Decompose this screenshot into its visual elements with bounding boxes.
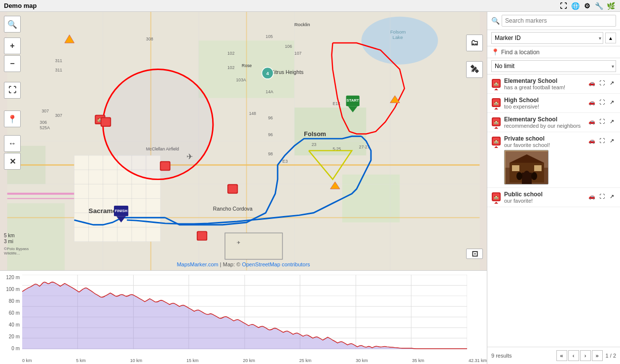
svg-text:106: 106	[285, 44, 292, 49]
car-icon-1[interactable]: 🚗	[587, 78, 596, 87]
car-icon-5[interactable]: 🚗	[587, 192, 596, 201]
svg-text:308: 308	[146, 36, 153, 41]
svg-text:🏫: 🏫	[494, 139, 499, 144]
svg-text:🏫: 🏫	[494, 81, 499, 86]
expand-icon-5[interactable]: ⛶	[597, 192, 606, 201]
expand-icon-2[interactable]: ⛶	[597, 98, 606, 107]
measure-control[interactable]: ↔	[4, 135, 21, 152]
total-pages: 2	[613, 353, 616, 359]
svg-text:Citrus Heights: Citrus Heights	[270, 69, 303, 75]
search-button[interactable]: 🔍	[4, 16, 21, 33]
car-icon-3[interactable]: 🚗	[587, 117, 596, 126]
marker-title-5[interactable]: Public school	[504, 191, 584, 198]
layers-button[interactable]: 🗂	[466, 35, 483, 51]
settings-icon[interactable]: ⚙	[582, 0, 592, 11]
last-page-button[interactable]: »	[592, 350, 603, 361]
share-icon[interactable]: 🌐	[570, 0, 581, 11]
svg-point-130	[531, 172, 537, 180]
svg-text:🏫: 🏫	[494, 119, 499, 124]
y-label-20: 20 m	[0, 334, 20, 339]
marker-info-1: Elementary School has a great football t…	[504, 77, 584, 90]
pin-button[interactable]: 📍	[4, 110, 21, 127]
svg-text:148: 148	[249, 111, 256, 116]
marker-title-3[interactable]: Elementary School	[504, 116, 584, 123]
satellite-button[interactable]: 🛰	[466, 61, 483, 78]
svg-text:Lake: Lake	[393, 35, 403, 40]
osm-link[interactable]: OpenStreetMap contributors	[242, 261, 310, 267]
svg-text:4: 4	[266, 71, 269, 76]
marker-id-select-wrap: Marker ID ▾	[491, 32, 603, 44]
fit-button[interactable]: ⊡	[466, 249, 483, 259]
fit-control[interactable]: ⊡	[466, 249, 483, 252]
expand-icon-3[interactable]: ⛶	[597, 117, 606, 126]
svg-text:🏫: 🏫	[494, 100, 499, 105]
close-button[interactable]: ✕	[4, 153, 21, 170]
map-attribution-mini: ©Polo Bypass	[4, 247, 29, 251]
list-item: 🏫 Private school our favorite school!	[487, 132, 620, 188]
svg-text:Folsom: Folsom	[390, 29, 406, 35]
search-input[interactable]	[502, 15, 616, 27]
marker-desc-2: too expensive!	[504, 104, 584, 109]
share-icon-5[interactable]: ↗	[607, 192, 616, 201]
marker-actions-2: 🚗 ⛶ ↗	[587, 98, 616, 107]
svg-text:✈: ✈	[187, 152, 193, 161]
elevation-chart	[22, 275, 467, 349]
map-scale: 5 km 3 mi ©Polo Bypass Wildlife...	[4, 233, 29, 255]
collapse-up-button[interactable]: ▲	[605, 33, 616, 43]
share-icon-3[interactable]: ↗	[607, 117, 616, 126]
satellite-control[interactable]: 🛰	[466, 61, 483, 78]
car-icon-2[interactable]: 🚗	[587, 98, 596, 107]
mapsmarker-link[interactable]: MapsMarker.com	[177, 261, 218, 267]
close-control[interactable]: ✕	[4, 153, 21, 170]
svg-rect-40	[225, 233, 282, 259]
prev-page-button[interactable]: ‹	[568, 350, 579, 361]
svg-text:525A: 525A	[40, 125, 50, 130]
marker-id-select[interactable]: Marker ID	[491, 32, 603, 44]
help-icon[interactable]: 🔧	[593, 0, 604, 11]
svg-text:307: 307	[41, 109, 49, 113]
fullscreen-button[interactable]: ⛶	[4, 82, 21, 99]
no-limit-row: No limit ▾	[487, 58, 620, 74]
marker-title-1[interactable]: Elementary School	[504, 77, 584, 84]
next-page-button[interactable]: ›	[580, 350, 591, 361]
svg-text:102: 102	[227, 51, 235, 56]
x-label-35: 35 km	[412, 358, 425, 363]
marker-title-2[interactable]: High School	[504, 97, 584, 104]
find-location-row: 📍 Find a location	[487, 46, 620, 58]
marker-icon-2: 🏫	[491, 98, 501, 109]
expand-icon-1[interactable]: ⛶	[597, 78, 606, 87]
marker-info-3: Elementary School recommended by our nei…	[504, 116, 584, 129]
share-icon-1[interactable]: ↗	[607, 78, 616, 87]
measure-button[interactable]: ↔	[4, 135, 21, 152]
zoom-in-button[interactable]: +	[4, 37, 21, 54]
scale-mi: 3 mi	[4, 239, 13, 244]
x-label-25: 25 km	[299, 358, 312, 363]
marker-title-4[interactable]: Private school	[504, 135, 584, 142]
svg-rect-76	[102, 118, 110, 126]
layers-control[interactable]: 🗂	[466, 35, 483, 51]
share-icon-4[interactable]: ↗	[607, 136, 616, 145]
x-label-42: 42.31 km	[469, 358, 487, 363]
zoom-out-button[interactable]: −	[4, 55, 21, 72]
first-page-button[interactable]: «	[556, 350, 567, 361]
svg-text:98: 98	[268, 151, 273, 156]
no-limit-select-wrap: No limit ▾	[491, 60, 616, 72]
info-icon[interactable]: 🌿	[605, 0, 616, 11]
share-icon-2[interactable]: ↗	[607, 98, 616, 107]
fullscreen-control[interactable]: ⛶	[4, 82, 21, 99]
map-credits: | Map: ©	[220, 261, 242, 267]
pin-control[interactable]: 📍	[4, 110, 21, 127]
no-limit-select[interactable]: No limit	[491, 60, 616, 72]
svg-rect-6	[342, 175, 400, 222]
search-control[interactable]: 🔍	[4, 16, 21, 33]
marker-thumbnail-4[interactable]	[504, 150, 548, 184]
expand-icon-4[interactable]: ⛶	[597, 136, 606, 145]
svg-marker-120	[494, 146, 498, 148]
marker-info-4: Private school our favorite school!	[504, 135, 584, 184]
list-item: 🏫 High School too expensive! 🚗 ⛶ ↗	[487, 94, 620, 113]
car-icon-4[interactable]: 🚗	[587, 136, 596, 145]
svg-text:105: 105	[266, 34, 273, 39]
fullscreen-icon[interactable]: ⛶	[558, 0, 569, 11]
marker-desc-1: has a great football team!	[504, 84, 584, 90]
map[interactable]: Folsom Lake	[0, 12, 487, 270]
